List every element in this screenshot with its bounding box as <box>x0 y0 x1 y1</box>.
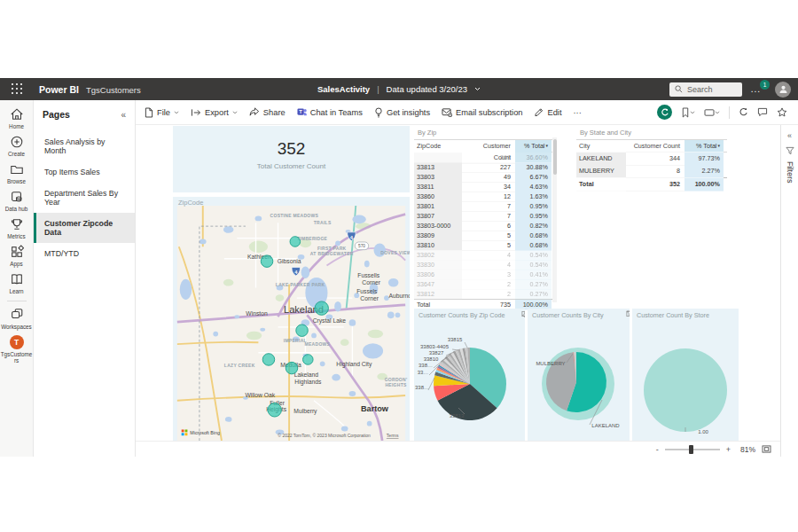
page-item-sales-analysis[interactable]: Sales Analysis by Month <box>34 131 135 161</box>
data-updated-label[interactable]: Data updated 3/20/23 <box>387 84 467 94</box>
map-data-bubble[interactable] <box>303 355 314 365</box>
expand-filters-icon[interactable]: « <box>787 131 792 140</box>
nav-learn[interactable]: Learn <box>1 272 33 294</box>
comments-button[interactable] <box>757 107 768 117</box>
pie-data-label: 33827 <box>429 350 444 356</box>
refresh-button[interactable] <box>739 107 748 117</box>
pie-customer-counts-by-zip[interactable]: Customer Counts By Zip Code 3381533803-4… <box>414 309 525 441</box>
report-name[interactable]: SalesActivity <box>317 84 370 94</box>
file-menu-button[interactable]: File <box>145 107 179 118</box>
notification-badge[interactable]: 1 <box>760 80 770 90</box>
table-row[interactable]: 3380770.95% <box>414 211 557 221</box>
map-terms-link[interactable]: Terms <box>387 433 399 438</box>
view-mode-button[interactable] <box>704 108 720 117</box>
table-row[interactable]: 3381050.68% <box>414 240 557 250</box>
export-menu-button[interactable]: Export <box>191 108 238 117</box>
table-row[interactable]: 3380950.68% <box>414 231 557 240</box>
by-zip-table-visual[interactable]: By Zip ZipCode Customer Count % Total▾ 2… <box>414 126 557 306</box>
table-row[interactable]: 3383040.54% <box>414 260 557 270</box>
map-place-label: Lakeland <box>294 372 319 378</box>
map-data-bubble[interactable] <box>262 354 274 365</box>
email-subscription-button[interactable]: Email subscription <box>442 107 522 117</box>
column-header[interactable]: Customer Count <box>626 140 685 153</box>
filters-pane-collapsed[interactable]: « Filters <box>780 125 798 457</box>
table-row[interactable]: 3381322730.88% <box>414 162 557 172</box>
table-row[interactable]: 33811344.63% <box>414 182 557 192</box>
search-input[interactable]: Search <box>669 82 742 97</box>
map-place-label: Crystal Lake <box>313 317 347 325</box>
zipcode-map-visual[interactable]: ZipCode <box>173 197 410 441</box>
workspace-name[interactable]: TgsCustomers <box>86 85 141 95</box>
table-row[interactable]: 33860121.63% <box>414 192 557 201</box>
learn-icon <box>10 272 24 286</box>
pie-title: Customer Counts By City <box>532 311 604 319</box>
get-insights-button[interactable]: Get insights <box>374 107 430 118</box>
by-state-city-table-visual[interactable]: By State and City City Customer Count % … <box>560 126 739 306</box>
edit-button[interactable]: Edit <box>534 107 561 117</box>
app-launcher-icon[interactable] <box>12 83 23 95</box>
fit-to-page-icon[interactable] <box>762 445 771 453</box>
nav-data-hub[interactable]: Data hub <box>1 190 33 212</box>
table-row[interactable]: 3380630.41% <box>414 270 557 279</box>
nav-apps[interactable]: Apps <box>1 245 33 267</box>
share-button[interactable]: Share <box>249 107 286 117</box>
map-data-bubble[interactable] <box>296 325 308 336</box>
table-row[interactable]: 3381220.27% <box>414 289 557 299</box>
column-header-sorted[interactable]: % Total▾ <box>685 140 724 153</box>
table-row[interactable]: 26936.60% <box>414 153 557 162</box>
map-place-label: Willow Oak <box>245 392 275 398</box>
scrollbar-thumb[interactable] <box>553 139 557 175</box>
focus-mode-icon[interactable] <box>521 310 525 317</box>
app-name[interactable]: Power BI <box>39 84 79 95</box>
page-item-customer-zipcode[interactable]: Customer Zipcode Data <box>34 213 135 243</box>
bing-map[interactable]: COSTINE MEADOWSTRAILSTIMBERIDGEFIRST PAR… <box>173 206 410 441</box>
nav-workspaces[interactable]: Workspaces <box>1 308 33 330</box>
focus-mode-icon[interactable] <box>626 310 630 317</box>
page-item-department-sales[interactable]: Department Sales By Year <box>34 183 135 213</box>
table-row[interactable]: 33803-000060.82% <box>414 221 557 231</box>
toolbar-more-button[interactable]: ··· <box>574 108 582 117</box>
bookmarks-button[interactable] <box>681 107 695 118</box>
map-data-bubble[interactable] <box>268 403 281 417</box>
chevron-down-icon[interactable] <box>474 87 481 91</box>
filter-funnel-icon[interactable] <box>786 146 794 155</box>
page-item-mtd-ytd[interactable]: MTD/YTD <box>34 243 135 264</box>
table-row[interactable]: 33803496.67% <box>414 172 557 182</box>
pie-customer-counts-by-city[interactable]: Customer Counts By City MULBERRYLAKELAND <box>528 309 630 441</box>
nav-create[interactable]: Create <box>1 135 33 157</box>
nav-browse[interactable]: Browse <box>1 162 33 184</box>
table-row[interactable]: 3364720.27% <box>414 279 557 289</box>
table-header-row[interactable]: City Customer Count % Total▾ <box>576 139 727 153</box>
zoom-out-button[interactable]: - <box>656 445 659 454</box>
chevron-down-icon <box>690 111 695 114</box>
collapse-pages-icon[interactable]: « <box>121 110 126 120</box>
title-separator: | <box>377 84 379 94</box>
map-data-bubble[interactable] <box>315 301 328 315</box>
nav-home[interactable]: Home <box>1 107 33 129</box>
column-header[interactable]: City <box>576 140 626 153</box>
zoom-in-button[interactable]: + <box>726 445 731 454</box>
chevron-down-icon <box>174 111 179 114</box>
table-header-row[interactable]: ZipCode Customer Count % Total▾ <box>414 139 557 153</box>
pie-customer-count-by-store[interactable]: Customer Count By Store 1.00 <box>632 309 739 441</box>
nav-tgscustomers-workspace[interactable]: T TgsCustomers <box>1 335 33 364</box>
map-place-label: COSTINE MEADOWS <box>270 213 319 218</box>
table-row[interactable]: 3380240.54% <box>414 250 557 260</box>
map-data-bubble[interactable] <box>290 237 301 247</box>
zoom-slider[interactable] <box>665 449 720 450</box>
table-row[interactable]: LAKELAND34497.73% <box>576 153 727 165</box>
reset-to-default-button[interactable] <box>657 105 672 120</box>
chat-in-teams-button[interactable]: T Chat in Teams <box>297 107 363 117</box>
map-data-bubble[interactable] <box>286 362 297 373</box>
nav-label: Data hub <box>1 206 33 212</box>
nav-metrics[interactable]: Metrics <box>1 217 33 239</box>
page-item-top-items[interactable]: Top Items Sales <box>34 161 135 183</box>
table-row[interactable]: MULBERRY82.27% <box>576 165 727 177</box>
zoom-slider-thumb[interactable] <box>689 445 693 454</box>
total-customer-count-card[interactable]: 352 Total Customer Count <box>173 126 410 192</box>
map-data-bubble[interactable] <box>261 255 272 267</box>
avatar[interactable] <box>775 82 791 98</box>
favorite-button[interactable] <box>777 107 787 117</box>
table-row[interactable]: 3380170.95% <box>414 201 557 211</box>
table-scrollbar[interactable] <box>552 137 557 302</box>
